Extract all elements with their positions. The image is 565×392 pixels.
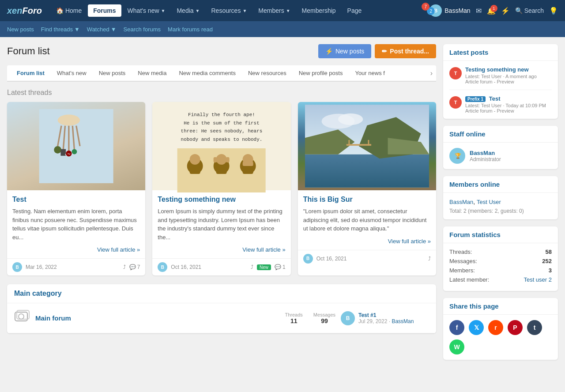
latest-post-title-2[interactable]: Prefix 1 Test — [465, 95, 552, 102]
latest-member-link[interactable]: Test user 2 — [524, 276, 552, 283]
nav-home[interactable]: 🏠 Home — [51, 4, 87, 17]
share-twitter[interactable]: 𝕏 — [469, 320, 484, 335]
svg-point-30 — [338, 113, 363, 125]
tab-new-resources[interactable]: New resources — [242, 65, 293, 82]
subnav-search-forums[interactable]: Search forums — [124, 26, 161, 33]
thread-title-testing[interactable]: Testing something new — [158, 196, 285, 204]
notifications-icon[interactable]: 🔔 1 — [487, 7, 496, 15]
sub-navigation: New posts Find threads ▼ Watched ▼ Searc… — [0, 21, 565, 37]
tab-your-news[interactable]: Your news f — [349, 65, 391, 82]
page-title: Forum list — [7, 45, 50, 57]
post-thread-button[interactable]: ✏ Post thread... — [375, 44, 436, 58]
top-navigation: xenForo 🏠 Home Forums What's new ▼ Media… — [0, 0, 565, 21]
share-facebook[interactable]: f — [449, 320, 464, 335]
staff-online-body: 🏆 BassMan Administrator — [443, 143, 558, 169]
thread-excerpt-testing: Lorem Ipsum is simply dummy text of the … — [158, 207, 285, 241]
svg-rect-27 — [243, 162, 253, 166]
latest-post-avatar-2: T — [449, 96, 462, 109]
forum-latest-thread[interactable]: Test #1 — [358, 312, 414, 318]
view-full-link-testing[interactable]: View full article » — [242, 246, 285, 253]
nav-membership[interactable]: Membership — [297, 4, 341, 17]
light-icon[interactable]: 💡 — [549, 7, 558, 15]
nav-media[interactable]: Media ▼ — [171, 4, 205, 17]
nav-forums[interactable]: Forums — [88, 4, 121, 17]
user-badge-group[interactable]: 7 2 B BassMan — [423, 4, 470, 17]
site-logo[interactable]: xenForo — [7, 6, 42, 16]
svg-point-1 — [58, 115, 80, 126]
tab-new-media[interactable]: New media — [132, 65, 173, 82]
online-user-testuser[interactable]: Test User — [477, 199, 501, 205]
thread-title-test[interactable]: Test — [12, 196, 140, 204]
thread-share-test[interactable]: ⤴ — [123, 264, 126, 270]
search-bar[interactable]: 🔍 Search — [515, 7, 544, 14]
thread-share-bigsur[interactable]: ⤴ — [428, 256, 431, 262]
thread-card-body-testing: Testing something new Lorem Ipsum is sim… — [152, 190, 290, 258]
subnav-find-threads[interactable]: Find threads ▼ — [41, 26, 80, 33]
subnav-mark-forums-read[interactable]: Mark forums read — [168, 26, 213, 33]
share-reddit[interactable]: r — [488, 320, 503, 335]
view-full-test: View full article » — [12, 246, 140, 253]
forum-name[interactable]: Main forum — [35, 314, 280, 322]
main-nav: 🏠 Home Forums What's new ▼ Media ▼ Resou… — [51, 4, 423, 17]
staff-member-bassman: 🏆 BassMan Administrator — [449, 148, 552, 164]
forum-stats: Threads 11 Messages 99 — [285, 312, 336, 324]
svg-rect-23 — [226, 157, 230, 162]
online-user-bassman[interactable]: BassMan — [449, 199, 473, 205]
staff-online-title: Staff online — [443, 126, 558, 143]
share-tumblr[interactable]: t — [527, 320, 542, 335]
subnav-new-posts[interactable]: New posts — [7, 26, 34, 33]
share-whatsapp[interactable]: W — [449, 339, 464, 354]
forum-latest-user[interactable]: BassMan — [392, 318, 414, 324]
tab-new-posts[interactable]: New posts — [93, 65, 132, 82]
svg-rect-17 — [191, 158, 194, 162]
thread-share-testing[interactable]: ⤴ — [251, 264, 253, 270]
view-full-link-bigsur[interactable]: View full article » — [388, 238, 431, 245]
latest-post-title-1[interactable]: Testing something new — [465, 66, 552, 73]
svg-rect-35 — [346, 144, 371, 146]
thread-excerpt-test: Testing. Nam elementum enim lorem, porta… — [12, 207, 140, 241]
forum-row-main: Main forum Threads 11 Messages 99 B Test… — [7, 303, 436, 333]
tab-scroll-right[interactable]: › — [430, 69, 433, 77]
online-total: Total: 2 (members: 2, guests: 0) — [449, 208, 552, 214]
tab-whats-new[interactable]: What's new — [51, 65, 93, 82]
nav-resources[interactable]: Resources ▼ — [206, 4, 252, 17]
svg-text:TV: TV — [68, 153, 71, 156]
forum-messages-stat: Messages 99 — [313, 312, 335, 324]
messages-icon[interactable]: ✉ — [476, 7, 482, 15]
thread-avatar-testing: B — [158, 262, 167, 272]
svg-rect-16 — [190, 165, 200, 174]
svg-rect-26 — [243, 165, 253, 174]
forum-latest-meta: Jul 29, 2022 · BassMan — [358, 318, 414, 324]
tab-new-profile-posts[interactable]: New profile posts — [293, 65, 349, 82]
thread-date-bigsur: Oct 16, 2021 — [316, 256, 425, 262]
share-pinterest[interactable]: P — [508, 320, 523, 335]
members-caret: ▼ — [286, 8, 290, 13]
thread-title-bigsur[interactable]: This is Big Sur — [303, 196, 431, 204]
latest-post-avatar-1: T — [449, 67, 462, 79]
members-online-list: BassMan, Test User — [449, 198, 552, 205]
svg-point-40 — [19, 314, 24, 319]
latest-post-item-1: T Testing something new Latest: Test Use… — [449, 66, 552, 90]
thread-meta-bigsur: B Oct 16, 2021 ⤴ — [298, 250, 436, 267]
nav-members[interactable]: Members ▼ — [253, 4, 295, 17]
lightning-icon[interactable]: ⚡ — [501, 7, 510, 15]
tab-new-media-comments[interactable]: New media comments — [173, 65, 242, 82]
latest-post-content-1: Testing something new Latest: Test User … — [465, 66, 552, 84]
svg-point-12 — [72, 149, 77, 155]
latest-post-sub-1: Article forum - Preview — [465, 79, 552, 84]
view-full-link-test[interactable]: View full article » — [97, 246, 140, 253]
logo-foro: Foro — [22, 6, 41, 16]
subnav-watched[interactable]: Watched ▼ — [87, 26, 117, 33]
staff-name[interactable]: BassMan — [470, 150, 501, 156]
staff-avatar: 🏆 — [449, 148, 465, 164]
new-posts-button[interactable]: ⚡ New posts — [318, 44, 371, 58]
latest-post-sub-2: Article forum - Preview — [465, 108, 552, 113]
view-full-testing: View full article » — [158, 246, 285, 253]
nav-page[interactable]: Page — [342, 4, 367, 17]
nav-whats-new[interactable]: What's new ▼ — [122, 4, 171, 17]
thread-img-bigsur — [298, 102, 436, 190]
category-title: Main category — [14, 290, 429, 298]
media-caret: ▼ — [196, 8, 200, 13]
thread-cards: OIL TV Test Testing. Nam elementum enim … — [7, 102, 436, 275]
tab-forum-list[interactable]: Forum list — [11, 65, 51, 82]
